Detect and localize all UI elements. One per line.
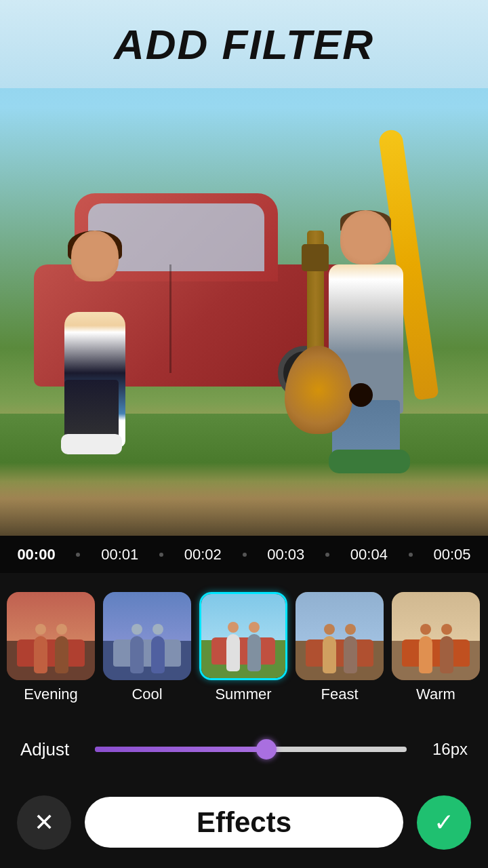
timeline-marker-0: 00:00	[17, 546, 55, 564]
slider-fill	[95, 747, 266, 752]
filter-label-summer: Summer	[215, 686, 271, 703]
filter-item-summer[interactable]: Summer	[199, 592, 287, 703]
person-left	[41, 231, 149, 448]
adjust-area: Adjust 16px	[0, 722, 488, 776]
filter-thumb-summer	[199, 592, 287, 680]
filter-thumb-warm	[392, 592, 480, 680]
timeline-dot-0	[76, 553, 80, 557]
filter-item-feast[interactable]: Feast	[296, 592, 384, 703]
timeline-dot-4	[409, 553, 413, 557]
timeline-dot-3	[325, 553, 329, 557]
confirm-icon: ✓	[434, 808, 454, 837]
adjust-value: 16px	[420, 740, 468, 759]
filter-item-cool[interactable]: Cool	[103, 592, 191, 703]
bottom-bar: ✕ Effects ✓	[0, 776, 488, 868]
timeline-marker-3: 00:03	[267, 546, 304, 564]
timeline-dot-1	[159, 553, 163, 557]
timeline-marker-1: 00:01	[101, 546, 138, 564]
cancel-icon: ✕	[34, 808, 54, 837]
filter-label-feast: Feast	[321, 686, 358, 703]
filter-label-warm: Warm	[416, 686, 455, 703]
filter-thumb-feast	[296, 592, 384, 680]
filter-item-evening[interactable]: Evening	[7, 592, 95, 703]
timeline-marker-4: 00:04	[350, 546, 388, 564]
cancel-button[interactable]: ✕	[17, 795, 71, 850]
header: ADD FILTER	[0, 0, 488, 88]
guitar	[244, 244, 380, 434]
timeline: 00:00 00:01 00:02 00:03 00:04 00:05	[0, 536, 488, 573]
adjust-label: Adjust	[20, 739, 81, 760]
filter-label-cool: Cool	[131, 686, 162, 703]
effects-button[interactable]: Effects	[85, 797, 403, 848]
adjust-slider-track[interactable]	[95, 747, 407, 752]
slider-thumb[interactable]	[256, 739, 277, 760]
filter-label-evening: Evening	[24, 686, 78, 703]
confirm-button[interactable]: ✓	[417, 795, 471, 850]
filter-strip: Evening Cool	[0, 573, 488, 722]
page-title: ADD FILTER	[114, 20, 374, 68]
effects-label: Effects	[197, 806, 291, 839]
timeline-marker-2: 00:02	[184, 546, 222, 564]
filter-thumb-cool	[103, 592, 191, 680]
filter-item-warm[interactable]: Warm	[392, 592, 480, 703]
timeline-marker-5: 00:05	[433, 546, 470, 564]
filter-thumb-evening	[7, 592, 95, 680]
timeline-dot-2	[243, 553, 247, 557]
